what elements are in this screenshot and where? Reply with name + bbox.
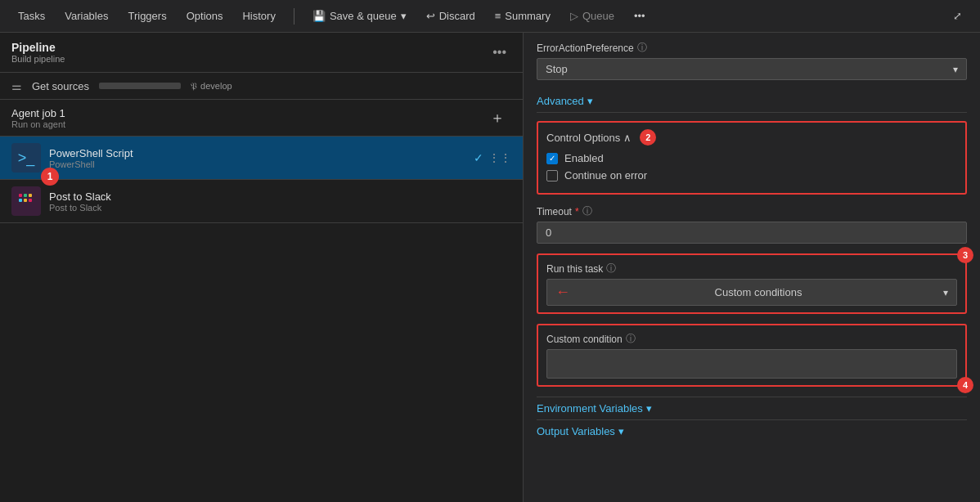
enabled-label: Enabled: [564, 152, 604, 164]
nav-right: ⤢: [945, 7, 970, 25]
badge-3: 3: [957, 247, 973, 263]
queue-button[interactable]: ▷ Queue: [562, 7, 623, 25]
timeout-section: Timeout * ⓘ: [537, 204, 967, 244]
advanced-chevron-icon: ▾: [587, 95, 593, 107]
control-options-header[interactable]: Control Options ∧ 2: [546, 129, 957, 146]
custom-condition-label-row: Custom condition ⓘ: [546, 332, 957, 346]
advanced-label: Advanced: [537, 95, 584, 107]
agent-job-title: Agent job 1: [11, 107, 65, 119]
custom-condition-section: Custom condition ⓘ 4: [537, 324, 967, 387]
env-vars-label: Environment Variables: [537, 402, 643, 415]
timeout-input[interactable]: [537, 222, 967, 244]
error-action-label-text: ErrorActionPreference: [537, 43, 634, 54]
control-options-label: Control Options: [546, 132, 620, 144]
svg-rect-0: [19, 194, 22, 197]
continue-on-error-checkbox[interactable]: [546, 170, 558, 182]
timeout-info-icon[interactable]: ⓘ: [582, 204, 592, 218]
env-vars-section[interactable]: Environment Variables ▾: [537, 397, 967, 419]
agent-job-info: Agent job 1 Run on agent: [11, 107, 65, 129]
timeout-label: Timeout: [537, 206, 572, 217]
discard-button[interactable]: ↩ Discard: [418, 7, 483, 25]
enabled-checkbox[interactable]: ✓: [546, 153, 558, 164]
summary-icon: ≡: [495, 10, 501, 22]
nav-tasks[interactable]: Tasks: [10, 7, 53, 25]
task-powershell[interactable]: >_ PowerShell Script PowerShell ✓ ⋮⋮ 1: [0, 137, 523, 180]
more-dots-icon: •••: [634, 10, 645, 22]
run-task-label-row: Run this task ⓘ: [546, 262, 957, 276]
run-task-value: Custom conditions: [715, 286, 802, 298]
pipeline-title: Pipeline: [11, 41, 65, 54]
task-powershell-sub: PowerShell: [49, 159, 133, 169]
check-mark-icon: ✓: [549, 154, 555, 163]
right-panel: ErrorActionPreference ⓘ Stop ▾ Advanced …: [524, 33, 980, 502]
pipeline-info: Pipeline Build pipeline: [11, 41, 65, 64]
error-action-dropdown[interactable]: Stop ▾: [537, 58, 967, 80]
task-powershell-actions: ✓ ⋮⋮: [474, 151, 511, 164]
custom-condition-info-icon[interactable]: ⓘ: [626, 332, 636, 346]
main-layout: Pipeline Build pipeline ••• ⚌ Get source…: [0, 33, 980, 502]
pipeline-header: Pipeline Build pipeline •••: [0, 33, 523, 73]
top-nav: Tasks Variables Triggers Options History…: [0, 0, 980, 33]
error-action-info-icon[interactable]: ⓘ: [637, 41, 647, 55]
pipeline-dots-button[interactable]: •••: [488, 43, 511, 61]
svg-rect-3: [24, 199, 27, 202]
timeout-label-row: Timeout * ⓘ: [537, 204, 967, 218]
expand-button[interactable]: ⤢: [945, 7, 970, 25]
filter-icon: ⚌: [11, 79, 22, 92]
agent-job-row: Agent job 1 Run on agent ＋: [0, 100, 523, 137]
badge-2: 2: [640, 129, 656, 146]
error-action-label: ErrorActionPreference ⓘ: [537, 41, 967, 55]
branch-icon: 𝔓: [191, 81, 197, 92]
right-content: Advanced ▾ Control Options ∧ 2 ✓ Enabled: [524, 80, 980, 452]
enabled-checkbox-row: ✓ Enabled: [546, 152, 957, 164]
save-queue-chevron: ▾: [401, 10, 407, 22]
powershell-icon: >_: [11, 143, 41, 173]
save-icon: 💾: [312, 10, 326, 22]
output-vars-label: Output Variables: [537, 425, 615, 437]
task-slack[interactable]: Post to Slack Post to Slack: [0, 180, 523, 223]
agent-job-subtitle: Run on agent: [11, 119, 65, 129]
queue-label: Queue: [582, 10, 614, 22]
timeout-required-marker: *: [575, 206, 579, 217]
slack-svg-icon: [16, 191, 36, 211]
task-slack-name: Post to Slack: [49, 190, 111, 203]
develop-tag: 𝔓 develop: [191, 81, 232, 92]
summary-button[interactable]: ≡ Summary: [487, 7, 559, 25]
error-action-value: Stop: [546, 63, 568, 75]
run-task-info-icon[interactable]: ⓘ: [606, 262, 616, 276]
error-action-chevron-icon: ▾: [953, 64, 958, 75]
run-task-dropdown[interactable]: ← Custom conditions ▾: [546, 279, 957, 306]
save-queue-button[interactable]: 💾 Save & queue ▾: [304, 7, 415, 25]
run-task-chevron-icon: ▾: [943, 287, 948, 298]
custom-condition-input[interactable]: [546, 349, 957, 379]
control-options-chevron-icon: ∧: [623, 132, 632, 144]
error-action-row: ErrorActionPreference ⓘ Stop ▾: [524, 33, 980, 80]
run-task-section: Run this task ⓘ ← Custom conditions ▾ 3: [537, 253, 967, 314]
queue-play-icon: ▷: [570, 10, 578, 22]
more-button[interactable]: •••: [626, 7, 654, 25]
discard-icon: ↩: [426, 10, 435, 22]
get-sources-label: Get sources: [32, 80, 89, 92]
task-slack-sub: Post to Slack: [49, 203, 111, 213]
get-sources-row: ⚌ Get sources 𝔓 develop: [0, 73, 523, 100]
output-vars-chevron-icon: ▾: [618, 425, 624, 437]
slack-icon: [11, 186, 41, 216]
advanced-section-header[interactable]: Advanced ▾: [537, 90, 967, 113]
pipeline-subtitle: Build pipeline: [11, 54, 65, 64]
svg-rect-4: [29, 194, 32, 197]
add-task-button[interactable]: ＋: [483, 106, 511, 129]
task-kebab-icon[interactable]: ⋮⋮: [488, 151, 511, 164]
output-vars-section[interactable]: Output Variables ▾: [537, 419, 967, 442]
branch-label: develop: [200, 81, 232, 91]
nav-history[interactable]: History: [234, 7, 283, 25]
nav-options[interactable]: Options: [178, 7, 232, 25]
task-check-icon: ✓: [474, 151, 483, 164]
redacted-bar: [99, 83, 181, 89]
nav-divider: [294, 8, 294, 25]
nav-triggers[interactable]: Triggers: [119, 7, 174, 25]
nav-variables[interactable]: Variables: [56, 7, 116, 25]
svg-rect-5: [29, 199, 32, 202]
task-slack-info: Post to Slack Post to Slack: [49, 190, 111, 213]
task-powershell-info: PowerShell Script PowerShell: [49, 147, 133, 169]
ps-symbol: >_: [18, 150, 35, 167]
